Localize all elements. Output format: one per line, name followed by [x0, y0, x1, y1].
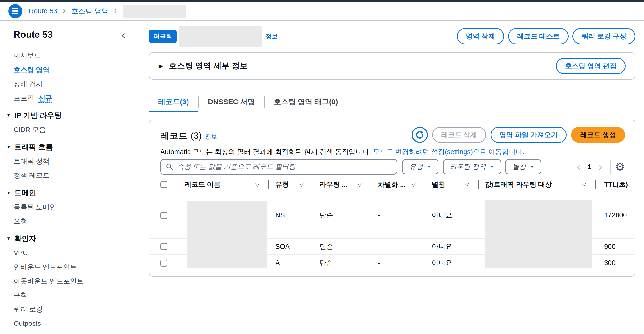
sidebar-item-registered-domains[interactable]: 등록된 도메인	[14, 203, 137, 211]
breadcrumb-hosted-zones-link[interactable]: 호스팅 영역	[71, 6, 108, 16]
sidebar-item-cidr-collections[interactable]: CIDR 모음	[14, 126, 137, 133]
cell-ttl: 300	[596, 255, 635, 271]
cell-ttl: 900	[596, 239, 635, 254]
sidebar-item-hosted-zones[interactable]: 호스팅 영역	[14, 66, 137, 74]
refresh-button[interactable]	[412, 127, 428, 143]
routing-policy-filter-dropdown[interactable]: 라우팅 정책 ▼	[443, 159, 502, 174]
column-header-alias[interactable]: 별칭 ▽	[425, 177, 478, 192]
cell-type: SOA	[269, 239, 313, 254]
type-filter-dropdown[interactable]: 유형 ▼	[402, 159, 438, 174]
breadcrumb-route53-link[interactable]: Route 53	[29, 7, 58, 15]
sidebar-title: Route 53	[14, 30, 52, 40]
current-page-number: 1	[584, 163, 595, 171]
zone-name-redacted	[179, 26, 262, 47]
record-filter-search	[160, 159, 398, 175]
row-checkbox[interactable]	[160, 259, 167, 266]
column-header-value[interactable]: 값/트래픽 라우팅 대상 ▽	[478, 177, 596, 192]
record-values-redacted	[485, 200, 592, 268]
sidebar-item-query-logging[interactable]: 쿼리 로깅	[14, 306, 137, 313]
create-record-button[interactable]: 레코드 생성	[571, 127, 625, 143]
sort-icon: ▽	[300, 182, 304, 187]
column-header-differentiator[interactable]: 차별화 ... ▽	[371, 177, 425, 192]
sidebar-section-ip-based-routing[interactable]: ▼IP 기반 라우팅	[6, 112, 137, 119]
caret-down-icon: ▼	[6, 189, 11, 197]
sort-icon: ▽	[465, 182, 469, 187]
route53-console: Route 53 › 호스팅 영역 › Route 53 ‹ 대시보드 호스팅 …	[0, 0, 644, 334]
import-zone-file-button[interactable]: 영역 파일 가져오기	[490, 127, 567, 143]
new-badge: 신규	[38, 94, 52, 103]
column-header-record-name[interactable]: 레코드 이름 ▽	[178, 177, 269, 192]
select-all-checkbox[interactable]	[160, 181, 167, 188]
records-panel: 레코드 (3) 정보 레코드 삭제 영역 파일 가져오기 레코드 생성 Auto…	[149, 120, 635, 276]
delete-record-button[interactable]: 레코드 삭제	[432, 127, 486, 143]
sidebar-item-health-checks[interactable]: 상태 검사	[14, 80, 137, 88]
sidebar-section-resolver[interactable]: ▼확인자	[6, 235, 137, 242]
tab-hosted-zone-tags[interactable]: 호스팅 영역 태그(0)	[264, 91, 347, 113]
cell-alias: 아니요	[425, 255, 478, 271]
cell-differentiator: -	[371, 255, 425, 271]
sidebar-nav: 대시보드 호스팅 영역 상태 검사 프로필신규 ▼IP 기반 라우팅 CIDR …	[0, 52, 137, 327]
expander-triangle-icon[interactable]: ▶	[158, 63, 163, 69]
sort-icon: ▽	[582, 182, 586, 187]
chevron-right-icon: ›	[63, 5, 66, 16]
sidebar-section-traffic-flow[interactable]: ▼트래픽 흐름	[6, 143, 137, 151]
sidebar-section-domains[interactable]: ▼도메인	[6, 189, 137, 197]
column-header-type[interactable]: 유형 ▽	[269, 177, 313, 192]
sidebar-item-rules[interactable]: 규칙	[14, 292, 137, 299]
records-description: Automatic 모드는 최상의 필터 결과에 최적화된 현재 검색 동작입니…	[160, 147, 524, 157]
cell-alias: 아니요	[425, 192, 478, 238]
search-icon	[166, 163, 174, 171]
record-names-redacted	[186, 201, 267, 268]
top-nav-strip	[0, 0, 644, 2]
caret-down-icon: ▼	[6, 112, 11, 119]
column-header-ttl[interactable]: TTL(초)	[596, 177, 635, 192]
sort-icon: ▽	[255, 182, 259, 187]
row-checkbox[interactable]	[160, 243, 167, 250]
cell-routing: 단순	[313, 255, 371, 271]
column-header-routing[interactable]: 라우팅 ... ▽	[313, 177, 371, 192]
delete-zone-button[interactable]: 영역 삭제	[457, 28, 504, 44]
breadcrumb-bar: Route 53 › 호스팅 영역 ›	[0, 2, 644, 21]
previous-page-icon[interactable]: ‹	[573, 162, 584, 172]
gear-icon[interactable]: ⚙	[615, 160, 625, 173]
caret-down-icon: ▼	[6, 235, 11, 242]
zone-header: 퍼블릭 정보 영역 삭제 레코드 테스트 쿼리 로깅 구성	[149, 25, 635, 48]
row-checkbox[interactable]	[160, 212, 167, 219]
sidebar-item-outbound-endpoints[interactable]: 아웃바운드 엔드포인트	[14, 277, 137, 285]
tab-bar: 레코드(3) DNSSEC 서명 호스팅 영역 태그(0)	[149, 91, 635, 113]
refresh-icon	[415, 130, 424, 140]
sort-icon: ▽	[358, 182, 362, 187]
cell-type: NS	[269, 192, 313, 238]
tab-dnssec-signing[interactable]: DNSSEC 서명	[199, 91, 264, 113]
hamburger-menu-icon[interactable]	[8, 4, 22, 18]
records-info-link[interactable]: 정보	[205, 133, 217, 141]
sidebar-collapse-icon[interactable]: ‹	[121, 31, 125, 39]
pagination: ‹ 1 › ⚙	[573, 160, 625, 174]
test-record-button[interactable]: 레코드 테스트	[508, 28, 569, 44]
records-count: (3)	[191, 131, 202, 141]
records-actions: 레코드 삭제 영역 파일 가져오기 레코드 생성	[412, 127, 625, 143]
zone-info-link[interactable]: 정보	[266, 32, 278, 41]
sidebar-item-traffic-policies[interactable]: 트래픽 정책	[14, 158, 137, 165]
next-page-icon[interactable]: ›	[595, 162, 606, 172]
sidebar-item-policy-records[interactable]: 정책 레코드	[14, 172, 137, 179]
record-filter-input[interactable]	[160, 159, 398, 175]
main-content: 퍼블릭 정보 영역 삭제 레코드 테스트 쿼리 로깅 구성 ▶ 호스팅 영역 세…	[138, 21, 644, 334]
sidebar-item-dashboard[interactable]: 대시보드	[14, 52, 137, 59]
settings-mode-link[interactable]: 모드를 변경하려면 설정(settings)으로 이동합니다.	[373, 148, 524, 156]
filter-row: 유형 ▼ 라우팅 정책 ▼ 별칭 ▼ ‹ 1 › ⚙	[160, 159, 625, 175]
tab-records[interactable]: 레코드(3)	[149, 91, 198, 113]
cell-differentiator: -	[371, 192, 425, 238]
configure-query-logging-button[interactable]: 쿼리 로깅 구성	[572, 28, 635, 44]
sidebar-item-profiles[interactable]: 프로필신규	[14, 95, 137, 102]
edit-hosted-zone-button[interactable]: 호스팅 영역 편집	[556, 58, 626, 74]
alias-filter-dropdown[interactable]: 별칭 ▼	[505, 159, 541, 174]
public-badge: 퍼블릭	[149, 30, 176, 43]
sidebar-item-vpc[interactable]: VPC	[14, 249, 137, 257]
cell-ttl: 172800	[596, 192, 635, 238]
sidebar-item-inbound-endpoints[interactable]: 인바운드 엔드포인트	[14, 263, 137, 271]
sidebar-item-outposts[interactable]: Outposts	[14, 320, 137, 327]
sidebar-item-requests[interactable]: 요청	[14, 218, 137, 225]
cell-differentiator: -	[371, 239, 425, 254]
records-title: 레코드	[160, 130, 187, 142]
